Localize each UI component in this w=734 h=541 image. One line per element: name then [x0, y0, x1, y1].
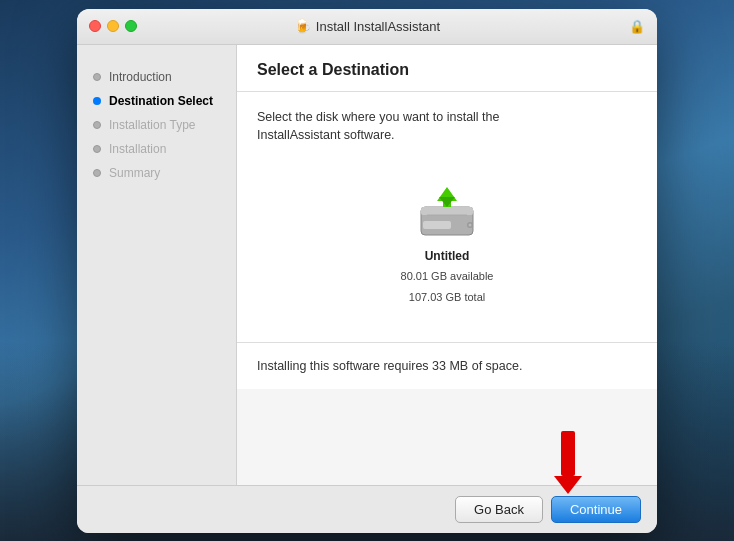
sidebar-item-installation-type[interactable]: Installation Type [77, 113, 236, 137]
space-info: Installing this software requires 33 MB … [237, 343, 657, 389]
svg-point-5 [468, 224, 471, 227]
section-header: Select a Destination [237, 45, 657, 92]
sidebar-dot-active [93, 97, 101, 105]
disk-description: Select the disk where you want to instal… [257, 108, 637, 146]
section-title: Select a Destination [257, 61, 409, 78]
maximize-button[interactable] [125, 20, 137, 32]
bottom-bar: Go Back Continue [77, 485, 657, 533]
installer-window: 🍺 Install InstallAssistant 🔒 Introductio… [77, 9, 657, 533]
content-area: Introduction Destination Select Installa… [77, 45, 657, 485]
red-arrow [554, 431, 582, 494]
window-title: Install InstallAssistant [316, 19, 440, 34]
sidebar-item-summary[interactable]: Summary [77, 161, 236, 185]
sidebar-item-destination[interactable]: Destination Select [77, 89, 236, 113]
disk-icon [415, 179, 479, 243]
sidebar-dot [93, 145, 101, 153]
traffic-lights [89, 20, 137, 32]
sidebar-label-installation: Installation [109, 142, 166, 156]
disk-container: Untitled 80.01 GB available 107.03 GB to… [257, 161, 637, 330]
disk-available: 80.01 GB available [401, 269, 494, 284]
sidebar-label-introduction: Introduction [109, 70, 172, 84]
lock-icon: 🔒 [629, 19, 645, 34]
continue-button[interactable]: Continue [551, 496, 641, 523]
disk-item[interactable]: Untitled 80.01 GB available 107.03 GB to… [389, 171, 506, 314]
sidebar: Introduction Destination Select Installa… [77, 45, 237, 485]
minimize-button[interactable] [107, 20, 119, 32]
arrow-head [554, 476, 582, 494]
disk-selection-area: Select the disk where you want to instal… [237, 92, 657, 343]
titlebar-content: 🍺 Install InstallAssistant [294, 18, 440, 34]
sidebar-dot [93, 169, 101, 177]
close-button[interactable] [89, 20, 101, 32]
go-back-button[interactable]: Go Back [455, 496, 543, 523]
sidebar-dot [93, 121, 101, 129]
arrow-shaft [561, 431, 575, 476]
space-message: Installing this software requires 33 MB … [257, 359, 522, 373]
disk-total: 107.03 GB total [409, 290, 485, 305]
sidebar-label-summary: Summary [109, 166, 160, 180]
disk-name: Untitled [425, 249, 470, 263]
sidebar-item-introduction[interactable]: Introduction [77, 65, 236, 89]
sidebar-item-installation[interactable]: Installation [77, 137, 236, 161]
sidebar-dot [93, 73, 101, 81]
app-icon: 🍺 [294, 18, 310, 34]
main-content: Select a Destination Select the disk whe… [237, 45, 657, 485]
sidebar-label-destination: Destination Select [109, 94, 213, 108]
svg-rect-1 [421, 207, 473, 215]
svg-marker-7 [439, 197, 455, 207]
svg-rect-3 [423, 221, 451, 229]
titlebar: 🍺 Install InstallAssistant 🔒 [77, 9, 657, 45]
sidebar-label-installation-type: Installation Type [109, 118, 196, 132]
